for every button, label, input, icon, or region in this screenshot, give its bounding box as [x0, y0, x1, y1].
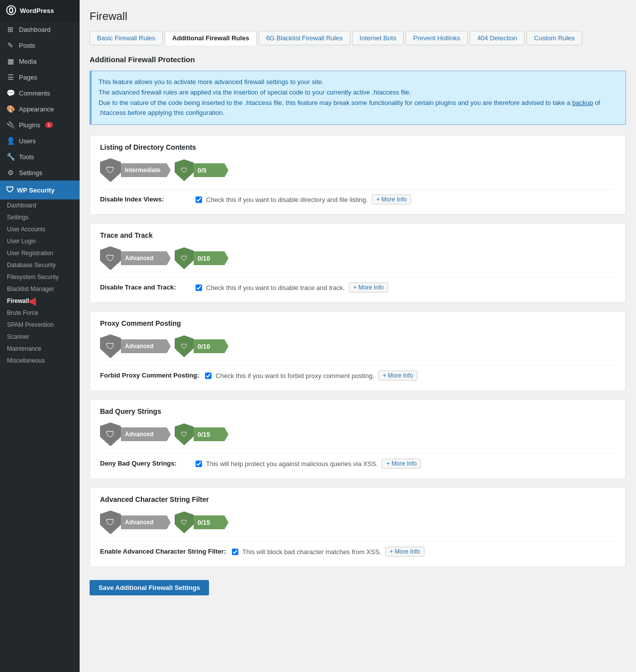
sidebar-item-pages[interactable]: ☰ Pages [0, 69, 80, 85]
sidebar-sub-item-settings[interactable]: Settings [0, 211, 80, 223]
card-char-filter: Advanced Character String Filter 🛡 Advan… [90, 487, 626, 567]
wordpress-icon: ⓪ [6, 4, 16, 17]
tools-icon: 🔧 [6, 153, 15, 161]
sidebar-item-label: Pages [19, 74, 37, 81]
setting-desc-trace: Check this if you want to disable trace … [206, 284, 345, 291]
plugins-icon: 🔌 [6, 121, 15, 129]
level-badge-proxy: 🛡 Advanced [100, 334, 171, 358]
setting-desc-listing: Check this if you want to disable direct… [206, 196, 368, 203]
tab-prevent-hotlinks[interactable]: Prevent Hotlinks [406, 31, 468, 45]
shield-icon-listing: 🛡 [100, 158, 121, 182]
tab-additional-firewall[interactable]: Additional Firewall Rules [165, 31, 257, 45]
sidebar-sub-item-user-accounts[interactable]: User Accounts [0, 223, 80, 235]
more-info-btn-proxy[interactable]: + More Info [378, 371, 418, 381]
info-line3-pre: Due to the nature of the code being inse… [99, 99, 572, 106]
tab-basic-firewall[interactable]: Basic Firewall Rules [90, 31, 163, 45]
sidebar-item-comments[interactable]: 💬 Comments [0, 85, 80, 101]
sidebar-item-label: Posts [19, 42, 35, 49]
sidebar-item-dashboard[interactable]: ⊞ Dashboard [0, 21, 80, 37]
info-line2: The advanced firewall rules are applied … [99, 88, 619, 98]
sidebar-sub-item-miscellaneous[interactable]: Miscellaneous [0, 355, 80, 367]
card-trace-title: Trace and Track [100, 231, 616, 239]
sidebar-sub-item-blacklist-manager[interactable]: Blacklist Manager [0, 283, 80, 295]
card-proxy-badges: 🛡 Advanced 🛡 0/10 [100, 334, 616, 358]
tab-custom-rules[interactable]: Custom Rules [527, 31, 582, 45]
sidebar-logo-text: WordPress [20, 7, 54, 14]
score-badge-bad-query: 🛡 0/15 [175, 423, 228, 445]
sidebar-sub-item-user-registration[interactable]: User Registration [0, 247, 80, 259]
wp-security-shield-icon: 🛡 [6, 186, 14, 194]
sidebar-menu: ⊞ Dashboard ✎ Posts ▦ Media ☰ Pages 💬 Co… [0, 21, 80, 672]
score-value-listing: 0/5 [194, 163, 228, 177]
sidebar-item-tools[interactable]: 🔧 Tools [0, 149, 80, 165]
tab-internet-bots[interactable]: Internet Bots [352, 31, 404, 45]
posts-icon: ✎ [6, 41, 15, 49]
sidebar-sub-item-dashboard[interactable]: Dashboard [0, 199, 80, 211]
sidebar-item-plugins[interactable]: 🔌 Plugins 1 [0, 117, 80, 133]
sidebar-sub-item-scanner[interactable]: Scanner [0, 331, 80, 343]
info-line3: Due to the nature of the code being inse… [99, 98, 619, 119]
tab-404-detection[interactable]: 404 Detection [470, 31, 525, 45]
shield-icon-trace: 🛡 [100, 246, 121, 270]
score-badge-char-filter: 🛡 0/15 [175, 511, 228, 533]
card-listing-badges: 🛡 Intermediate 🛡 0/5 [100, 158, 616, 182]
setting-row-trace: Disable Trace and Track: Check this if y… [100, 277, 616, 292]
shield-icon-bad-query: 🛡 [100, 422, 121, 446]
more-info-btn-bad-query[interactable]: + More Info [382, 459, 421, 469]
sidebar-item-label: Appearance [19, 105, 54, 113]
score-badge-proxy: 🛡 0/10 [175, 335, 228, 357]
setting-row-listing: Disable Index Views: Check this if you w… [100, 189, 616, 204]
setting-content-proxy: Check this if you want to forbid proxy c… [205, 371, 418, 381]
score-value-trace: 0/10 [194, 251, 228, 265]
pages-icon: ☰ [6, 73, 15, 81]
sidebar-sub-item-spam-prevention[interactable]: SPAM Prevention [0, 319, 80, 331]
setting-label-bad-query: Deny Bad Query Strings: [100, 459, 190, 467]
sidebar-sub-item-database-security[interactable]: Database Security [0, 259, 80, 271]
checkbox-enable-char-filter[interactable] [232, 549, 238, 555]
score-badge-listing: 🛡 0/5 [175, 159, 228, 181]
level-label-listing: Intermediate [121, 163, 171, 177]
sidebar-sub-item-firewall[interactable]: Firewall ◀ [0, 295, 80, 307]
sidebar-item-settings[interactable]: ⚙ Settings [0, 165, 80, 181]
card-char-filter-title: Advanced Character String Filter [100, 495, 616, 503]
checkbox-deny-bad-query[interactable] [196, 461, 202, 467]
wp-security-header[interactable]: 🛡 WP Security [0, 181, 80, 199]
setting-desc-proxy: Check this if you want to forbid proxy c… [215, 372, 374, 380]
more-info-btn-char-filter[interactable]: + More Info [385, 547, 424, 557]
sidebar-item-label: Settings [19, 169, 42, 177]
setting-row-bad-query: Deny Bad Query Strings: This will help p… [100, 453, 616, 469]
sidebar-sub-item-brute-force[interactable]: Brute Force [0, 307, 80, 319]
sidebar-item-media[interactable]: ▦ Media [0, 53, 80, 69]
sidebar-item-users[interactable]: 👤 Users [0, 133, 80, 149]
checkbox-disable-trace[interactable] [196, 285, 202, 291]
more-info-btn-trace[interactable]: + More Info [349, 283, 388, 292]
tab-6g-blacklist[interactable]: 6G Blacklist Firewall Rules [259, 31, 350, 45]
save-additional-firewall-button[interactable]: Save Additional Firewall Settings [90, 580, 209, 595]
setting-label-listing: Disable Index Views: [100, 194, 190, 203]
info-backup-link[interactable]: backup [572, 99, 593, 106]
sidebar-sub-item-maintenance[interactable]: Maintenance [0, 343, 80, 355]
checkbox-disable-index[interactable] [196, 196, 202, 203]
card-listing-title: Listing of Directory Contents [100, 143, 616, 151]
sidebar-item-label: Tools [19, 153, 34, 161]
more-info-btn-listing[interactable]: + More Info [372, 194, 411, 204]
firewall-arrow-indicator: ◀ [28, 295, 35, 307]
comments-icon: 💬 [6, 89, 15, 97]
info-line1: This feature allows you to activate more… [99, 77, 619, 88]
level-badge-char-filter: 🛡 Advanced [100, 510, 171, 534]
level-label-bad-query: Advanced [121, 427, 171, 441]
content-area: Firewall Basic Firewall Rules Additional… [80, 0, 636, 672]
setting-desc-char-filter: This will block bad character matches fr… [242, 548, 381, 556]
setting-content-char-filter: This will block bad character matches fr… [232, 547, 424, 557]
setting-row-char-filter: Enable Advanced Character String Filter:… [100, 541, 616, 557]
checkbox-forbid-proxy[interactable] [205, 373, 212, 379]
score-badge-trace: 🛡 0/10 [175, 247, 228, 269]
sidebar-item-appearance[interactable]: 🎨 Appearance [0, 101, 80, 117]
shield-score-icon-trace: 🛡 [175, 247, 194, 269]
sidebar-item-posts[interactable]: ✎ Posts [0, 37, 80, 53]
sidebar-sub-item-user-login[interactable]: User Login [0, 235, 80, 247]
sidebar-sub-item-filesystem-security[interactable]: Filesystem Security [0, 271, 80, 283]
main-content: Firewall Basic Firewall Rules Additional… [80, 0, 636, 672]
sidebar-item-label: Dashboard [19, 26, 51, 33]
level-label-char-filter: Advanced [121, 515, 171, 529]
